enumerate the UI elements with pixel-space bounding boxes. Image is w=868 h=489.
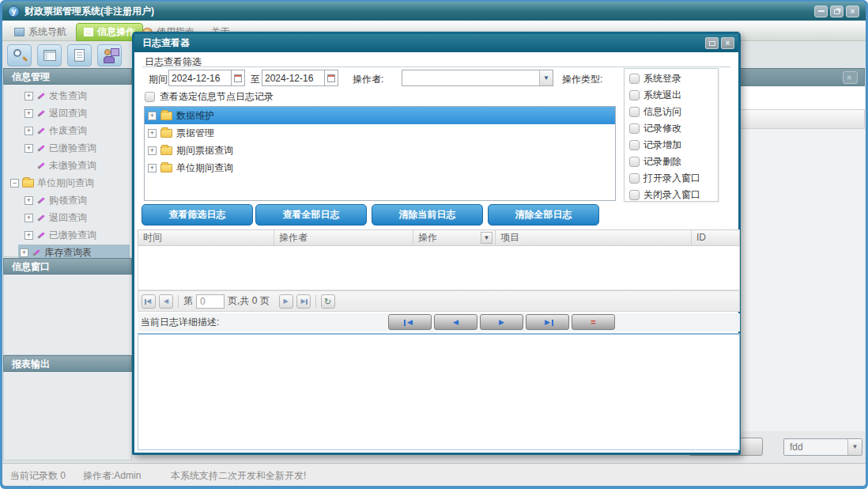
expand-plus-icon[interactable]: + (25, 196, 33, 205)
log-column-time[interactable]: 时间 (138, 230, 274, 245)
checkbox-icon[interactable] (629, 123, 640, 134)
tree-item-unit-period-query[interactable]: +单位期间查询 (145, 159, 615, 176)
table-toolbar-button[interactable] (37, 44, 62, 66)
expand-plus-icon[interactable]: + (148, 164, 157, 172)
expand-plus-icon[interactable]: + (25, 144, 33, 153)
sidebar-header-info-management[interactable]: 信息管理 (3, 68, 132, 85)
group-divider (142, 66, 730, 67)
tab-system-nav[interactable]: 系统导航 (7, 23, 74, 41)
tree-item-data-maintenance[interactable]: +数据维护 (145, 107, 615, 124)
close-button[interactable]: × (846, 6, 859, 17)
clear-current-logs-button[interactable]: 清除当前日志 (372, 204, 483, 226)
date-from-input[interactable] (168, 70, 232, 86)
dialog-close-button[interactable]: × (721, 37, 734, 49)
dialog-restore-button[interactable] (705, 37, 719, 49)
checkbox-record-modify[interactable]: 记录修改 (629, 122, 681, 135)
sidebar-item-void-query[interactable]: +作废查询 (25, 123, 87, 138)
user-log-toolbar-button[interactable] (97, 44, 122, 66)
expand-plus-icon[interactable]: + (25, 214, 33, 222)
tab-label: 系统导航 (28, 25, 66, 39)
operation-type-label: 操作类型: (562, 73, 602, 86)
app-logo-icon: y (8, 6, 20, 17)
record-next-button[interactable]: ▶ (480, 314, 523, 330)
document-toolbar-button[interactable] (67, 44, 92, 66)
page-label: 第 (183, 294, 193, 308)
checkbox-system-logout[interactable]: 系统退出 (629, 89, 681, 101)
checkbox-icon[interactable] (629, 190, 640, 200)
query-icon (36, 161, 46, 170)
date-to-input[interactable] (262, 70, 325, 86)
date-to-picker-button[interactable] (325, 70, 338, 86)
expand-plus-icon[interactable]: + (25, 92, 33, 100)
record-last-button[interactable]: ▶ (526, 314, 569, 330)
checkbox-icon[interactable] (629, 173, 640, 184)
sidebar-item-verified-query-2[interactable]: +已缴验查询 (25, 227, 96, 243)
checkbox-open-entry-window[interactable]: 打开录入窗口 (629, 172, 700, 184)
sidebar-item-unverified-query[interactable]: 未缴验查询 (36, 157, 96, 173)
page-number-input[interactable] (196, 294, 225, 309)
refresh-button[interactable]: ↻ (321, 294, 335, 309)
record-first-button[interactable]: ◀ (388, 314, 432, 330)
tree-item-period-ticket-query[interactable]: +期间票据查询 (145, 142, 615, 159)
divider (315, 295, 316, 308)
sidebar-item-purchase-query[interactable]: +购领查询 (25, 192, 87, 208)
status-record-count: 当前记录数 0 (10, 469, 66, 483)
dialog-title: 日志查看器 (142, 36, 190, 50)
tree-item-ticket-management[interactable]: +票据管理 (145, 124, 615, 142)
date-from-picker-button[interactable] (232, 70, 245, 86)
log-column-project[interactable]: 项目 (496, 230, 692, 245)
sidebar-header-info-window[interactable]: 信息窗口 (3, 258, 132, 275)
column-filter-dropdown[interactable]: ▼ (481, 232, 492, 244)
expand-plus-icon[interactable]: + (148, 146, 157, 155)
expand-plus-icon[interactable]: + (25, 127, 33, 135)
app-window: y 财政票据管理系统(非注册用户) × 系统导航 信息操作 使用指南 关于 (0, 0, 868, 489)
chevron-down-icon: ▼ (539, 70, 553, 85)
operator-combobox[interactable]: ▼ (402, 70, 553, 86)
sidebar-item-return-query-2[interactable]: +退回查询 (25, 210, 87, 226)
last-page-button[interactable]: ▶ (296, 294, 311, 309)
expand-plus-icon[interactable]: + (148, 129, 157, 138)
checkbox-icon[interactable] (629, 90, 640, 100)
view-all-logs-button[interactable]: 查看全部日志 (255, 204, 367, 226)
fdd-dropdown[interactable]: fdd ▼ (783, 438, 862, 456)
view-filtered-logs-button[interactable]: 查看筛选日志 (142, 204, 253, 226)
expand-plus-icon[interactable]: + (148, 112, 157, 120)
node-log-checkbox-row[interactable]: 查看选定信息节点日志记录 (145, 90, 274, 104)
record-prev-button[interactable]: ◀ (434, 314, 477, 330)
next-page-button[interactable]: ▶ (279, 294, 293, 309)
dialog-titlebar[interactable]: 日志查看器 × (134, 34, 738, 52)
minimize-button[interactable] (814, 6, 828, 17)
sidebar-item-sale-query[interactable]: +发售查询 (25, 88, 87, 104)
log-column-id[interactable]: ID (692, 230, 739, 245)
log-table-body[interactable] (138, 246, 740, 290)
first-page-button[interactable]: ◀ (142, 294, 156, 309)
collapse-panel-button[interactable]: « (843, 71, 858, 84)
log-detail-textarea[interactable] (138, 333, 740, 450)
checkbox-icon[interactable] (145, 92, 155, 102)
clear-all-logs-button[interactable]: 清除全部日志 (488, 204, 599, 226)
expand-plus-icon[interactable]: + (25, 109, 33, 118)
sidebar-item-return-query[interactable]: +退回查询 (25, 105, 87, 121)
expand-minus-icon[interactable]: − (10, 179, 19, 188)
expand-plus-icon[interactable]: + (25, 231, 33, 240)
sidebar-report-output-panel (3, 372, 132, 461)
checkbox-record-delete[interactable]: 记录删除 (629, 155, 681, 168)
expand-plus-icon[interactable]: + (20, 248, 28, 257)
log-column-operator[interactable]: 操作者 (274, 230, 413, 245)
checkbox-icon[interactable] (629, 140, 640, 150)
checkbox-icon[interactable] (629, 107, 640, 117)
checkbox-record-add[interactable]: 记录增加 (629, 138, 681, 151)
checkbox-info-access[interactable]: 信息访问 (629, 105, 681, 118)
checkbox-close-entry-window[interactable]: 关闭录入窗口 (629, 188, 700, 201)
sidebar-item-verified-query[interactable]: +已缴验查询 (25, 140, 96, 156)
sidebar-item-unit-period-query[interactable]: −单位期间查询 (10, 175, 94, 191)
search-toolbar-button[interactable] (7, 44, 32, 66)
restore-button[interactable] (830, 6, 843, 17)
prev-page-button[interactable]: ◀ (159, 294, 173, 309)
checkbox-system-login[interactable]: 系统登录 (629, 72, 681, 85)
record-remove-button[interactable]: = (572, 314, 615, 330)
checkbox-icon[interactable] (629, 74, 640, 84)
checkbox-icon[interactable] (629, 157, 640, 167)
pagination-bar: ◀ ◀ 第 页,共 0 页 ▶ ▶ ↻ (138, 290, 740, 312)
sidebar-header-report-output[interactable]: 报表输出 (3, 355, 132, 372)
